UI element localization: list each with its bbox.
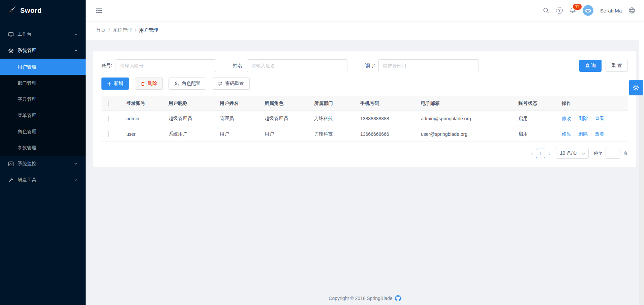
filter-actions: 查 询 重 置 bbox=[579, 60, 628, 72]
breadcrumb-section[interactable]: 系统管理 bbox=[113, 27, 132, 33]
table-header-row: 登录账号 用户昵称 用户姓名 所属角色 所属部门 手机号码 电子邮箱 账号状态 … bbox=[101, 96, 628, 111]
delete-button[interactable]: 删除 bbox=[135, 78, 163, 90]
scrollbar-track[interactable] bbox=[639, 95, 644, 305]
avatar[interactable] bbox=[583, 5, 593, 16]
department-label: 部门: bbox=[364, 63, 375, 69]
sidebar-item-workbench[interactable]: 工作台 bbox=[0, 26, 86, 42]
cell-name: 用户 bbox=[214, 126, 258, 142]
github-icon[interactable] bbox=[395, 295, 401, 301]
page-unit-label: 页 bbox=[623, 150, 628, 156]
edit-link[interactable]: 修改 bbox=[562, 116, 571, 121]
name-input[interactable] bbox=[247, 59, 347, 72]
pagination: ‹ 1 › 10 条/页 跳至 页 bbox=[101, 148, 628, 159]
edit-link[interactable]: 修改 bbox=[562, 131, 571, 136]
cell-phone: 13666666666 bbox=[354, 126, 415, 142]
select-all-checkbox[interactable] bbox=[108, 100, 109, 106]
cell-nickname: 超级管理员 bbox=[162, 111, 214, 126]
swap-icon bbox=[218, 81, 223, 86]
sword-icon bbox=[8, 6, 16, 15]
users-table: 登录账号 用户昵称 用户姓名 所属角色 所属部门 手机号码 电子邮箱 账号状态 … bbox=[101, 96, 628, 142]
chevron-down-icon bbox=[582, 152, 585, 155]
cell-dept: 刀锋科技 bbox=[308, 126, 354, 142]
cell-email: user@springblade.org bbox=[415, 126, 512, 142]
settings-drawer-button[interactable] bbox=[629, 80, 643, 95]
department-select[interactable] bbox=[378, 59, 479, 72]
filter-account: 账号: bbox=[101, 59, 216, 72]
row-checkbox[interactable] bbox=[108, 116, 109, 122]
menu-fold-icon[interactable] bbox=[96, 8, 102, 13]
reset-button[interactable]: 重 置 bbox=[606, 60, 628, 72]
chevron-up-icon bbox=[74, 49, 78, 52]
col-email: 电子邮箱 bbox=[415, 96, 512, 111]
help-icon[interactable]: ? bbox=[556, 7, 563, 14]
password-reset-button[interactable]: 密码重置 bbox=[212, 78, 250, 90]
header-actions: ? 11 Serati Ma bbox=[543, 5, 635, 16]
cell-dept: 刀锋科技 bbox=[308, 111, 354, 126]
app-logo[interactable]: Sword bbox=[0, 0, 86, 21]
sidebar-item-system-management[interactable]: 系统管理 bbox=[0, 42, 86, 59]
app-title: Sword bbox=[20, 7, 42, 14]
breadcrumb-current: 用户管理 bbox=[139, 27, 158, 33]
col-actions: 操作 bbox=[556, 96, 628, 111]
divider bbox=[591, 116, 591, 121]
cell-phone: 13888888888 bbox=[354, 111, 415, 126]
cell-actions: 修改删除查看 bbox=[556, 111, 628, 126]
sidebar-item-dict-management[interactable]: 字典管理 bbox=[0, 91, 86, 107]
breadcrumb-home[interactable]: 首页 bbox=[96, 27, 105, 33]
search-icon[interactable] bbox=[543, 7, 549, 14]
cell-status: 启用 bbox=[512, 111, 556, 126]
table-row: user 系统用户 用户 用户 刀锋科技 13666666666 user@sp… bbox=[101, 126, 628, 142]
cell-email: admin@springblade.org bbox=[415, 111, 512, 126]
sidebar-item-system-monitor[interactable]: 系统监控 bbox=[0, 156, 86, 172]
gear-icon bbox=[633, 84, 639, 91]
sidebar-item-user-management[interactable]: 用户管理 bbox=[0, 59, 86, 75]
name-label: 姓名: bbox=[233, 63, 244, 69]
role-config-button[interactable]: 角色配置 bbox=[168, 78, 206, 90]
language-globe-icon[interactable] bbox=[628, 7, 635, 14]
sidebar-item-menu-management[interactable]: 菜单管理 bbox=[0, 107, 86, 123]
notifications-bell-icon[interactable]: 11 bbox=[570, 7, 576, 14]
trash-icon bbox=[141, 81, 145, 86]
prev-page-icon[interactable]: ‹ bbox=[529, 150, 534, 156]
add-button[interactable]: 新增 bbox=[101, 78, 129, 90]
sidebar-item-dev-tools[interactable]: 研发工具 bbox=[0, 172, 86, 188]
chevron-down-icon bbox=[74, 162, 78, 165]
notification-badge: 11 bbox=[573, 4, 582, 10]
col-nickname: 用户昵称 bbox=[162, 96, 214, 111]
filter-row: 账号: 姓名: 部门: 查 询 重 置 bbox=[101, 59, 628, 72]
user-name[interactable]: Serati Ma bbox=[600, 8, 622, 13]
account-input[interactable] bbox=[116, 59, 216, 72]
sidebar-item-dept-management[interactable]: 部门管理 bbox=[0, 75, 86, 91]
breadcrumb-separator: / bbox=[109, 28, 110, 33]
search-button[interactable]: 查 询 bbox=[579, 60, 602, 72]
delete-link[interactable]: 删除 bbox=[578, 131, 588, 136]
filter-name: 姓名: bbox=[233, 59, 347, 72]
page-number[interactable]: 1 bbox=[536, 149, 545, 158]
cell-role: 超级管理员 bbox=[258, 111, 308, 126]
page-size-select[interactable]: 10 条/页 bbox=[556, 148, 589, 159]
user-management-panel: 账号: 姓名: 部门: 查 询 重 置 新增 bbox=[93, 51, 636, 167]
sidebar-item-role-management[interactable]: 角色管理 bbox=[0, 123, 86, 140]
col-user-name: 用户姓名 bbox=[214, 96, 258, 111]
view-link[interactable]: 查看 bbox=[595, 131, 604, 136]
row-checkbox[interactable] bbox=[108, 131, 109, 137]
col-role: 所属角色 bbox=[258, 96, 308, 111]
cell-role: 用户 bbox=[258, 126, 308, 142]
top-header: ? 11 Serati Ma bbox=[86, 0, 644, 21]
sidebar-menu: 工作台 系统管理 bbox=[0, 21, 86, 188]
monitor-icon bbox=[8, 32, 14, 37]
jump-page-input[interactable] bbox=[606, 148, 620, 159]
view-link[interactable]: 查看 bbox=[595, 116, 604, 121]
next-page-icon[interactable]: › bbox=[547, 150, 552, 156]
gear-icon bbox=[8, 48, 14, 54]
cell-actions: 修改删除查看 bbox=[556, 126, 628, 142]
delete-link[interactable]: 删除 bbox=[578, 116, 588, 121]
cell-account: admin bbox=[120, 111, 162, 126]
app-screen: Sword 工作台 bbox=[0, 0, 644, 305]
account-label: 账号: bbox=[101, 63, 112, 69]
cell-status: 启用 bbox=[512, 126, 556, 142]
divider bbox=[575, 116, 575, 121]
sidebar-item-label: 工作台 bbox=[18, 31, 74, 37]
sidebar-item-param-management[interactable]: 参数管理 bbox=[0, 140, 86, 156]
chart-icon bbox=[8, 161, 14, 167]
